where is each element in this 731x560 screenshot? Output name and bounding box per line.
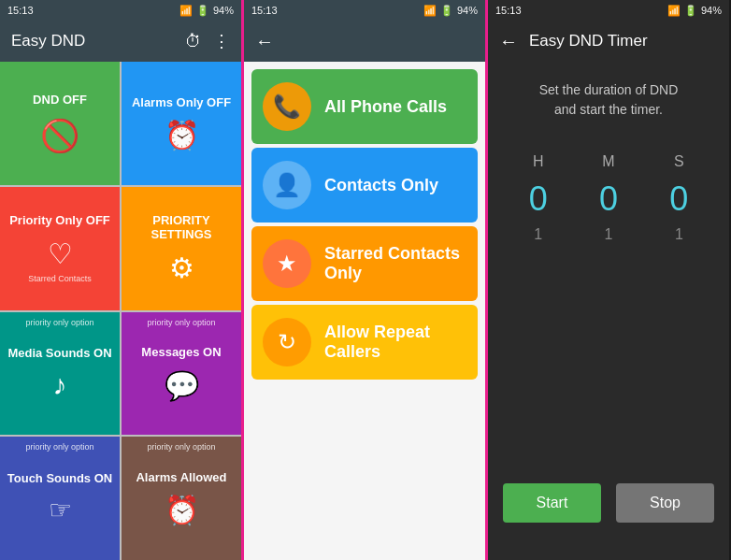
starred-contacts-label: Starred Contacts Only [324, 244, 466, 283]
status-bar-2: 15:13 📶 🔋 94% [244, 0, 485, 21]
panel-options: 15:13 📶 🔋 94% ← 📞 All Phone Calls 👤 Cont… [244, 0, 488, 560]
seconds-step: 1 [644, 223, 714, 247]
tile-priority-only[interactable]: Priority Only OFF ♡ Starred Contacts [0, 187, 120, 310]
time-2: 15:13 [251, 5, 278, 16]
contacts-only-label: Contacts Only [324, 176, 466, 195]
option-repeat-callers[interactable]: ↻ Allow Repeat Callers [251, 305, 478, 380]
back-button-2[interactable]: ← [255, 31, 274, 52]
repeat-callers-label: Allow Repeat Callers [324, 323, 466, 362]
minutes-value[interactable]: 0 [573, 176, 643, 223]
contacts-icon: 👤 [273, 172, 301, 198]
status-bar-1: 15:13 📶 🔋 94% [0, 0, 241, 21]
seconds-header: S [644, 148, 714, 176]
timer-buttons: Start Stop [503, 483, 714, 541]
minutes-step: 1 [573, 223, 643, 247]
hours-header: H [503, 148, 573, 176]
app-bar-2: ← [244, 21, 485, 62]
time-1: 15:13 [7, 5, 34, 16]
hours-value[interactable]: 0 [503, 176, 573, 223]
back-button-3[interactable]: ← [499, 31, 518, 52]
tile-priority-settings[interactable]: PRIORITY SETTINGS ⚙ [122, 187, 241, 310]
repeat-icon-circle: ↻ [263, 318, 311, 366]
timer-subtitle: Set the duration of DNDand start the tim… [539, 80, 679, 120]
timer-title: Easy DND Timer [529, 32, 718, 50]
app-bar-icons-1: ⏱ ⋮ [185, 31, 230, 51]
tile-grid: DND OFF 🚫 Alarms Only OFF ⏰ Priority Onl… [0, 62, 241, 560]
repeat-icon: ↻ [278, 329, 296, 355]
tile-alarms-only[interactable]: Alarms Only OFF ⏰ [122, 62, 241, 185]
timer-icon[interactable]: ⏱ [185, 32, 202, 51]
tile-alarms-allowed[interactable]: priority only option Alarms Allowed ⏰ [122, 437, 241, 560]
star-icon: ★ [277, 251, 297, 277]
stop-button[interactable]: Stop [616, 483, 714, 523]
starred-icon-circle: ★ [263, 239, 311, 288]
app-title-1: Easy DND [11, 32, 85, 50]
option-contacts-only[interactable]: 👤 Contacts Only [251, 148, 478, 223]
panel-timer: 15:13 📶 🔋 94% ← Easy DND Timer Set the d… [488, 0, 729, 560]
app-bar-3: ← Easy DND Timer [488, 21, 729, 62]
tile-dnd-off[interactable]: DND OFF 🚫 [0, 62, 120, 185]
start-button[interactable]: Start [503, 483, 601, 523]
tile-media-sounds[interactable]: priority only option Media Sounds ON ♪ [0, 312, 120, 436]
battery-1: 94% [213, 5, 234, 16]
all-calls-label: All Phone Calls [324, 97, 466, 117]
all-calls-icon-circle: 📞 [263, 82, 311, 131]
overflow-menu-icon[interactable]: ⋮ [213, 31, 230, 51]
timer-content: Set the duration of DNDand start the tim… [488, 62, 729, 560]
tile-messages[interactable]: priority only option Messages ON 💬 [122, 312, 241, 436]
phone-icon: 📞 [273, 93, 301, 120]
battery-3: 94% [701, 5, 722, 16]
contacts-icon-circle: 👤 [263, 161, 311, 209]
hours-step: 1 [503, 223, 573, 247]
seconds-value[interactable]: 0 [644, 176, 714, 223]
app-bar-1: Easy DND ⏱ ⋮ [0, 21, 241, 62]
option-all-calls[interactable]: 📞 All Phone Calls [251, 69, 478, 144]
status-icons-1: 📶 🔋 94% [179, 5, 234, 17]
battery-2: 94% [457, 5, 478, 16]
option-starred-contacts[interactable]: ★ Starred Contacts Only [251, 226, 478, 301]
status-bar-3: 15:13 📶 🔋 94% [488, 0, 729, 21]
timer-grid: H M S 0 0 0 1 1 1 [503, 148, 714, 247]
panel-main: 15:13 📶 🔋 94% Easy DND ⏱ ⋮ DND OFF 🚫 Ala… [0, 0, 244, 560]
time-3: 15:13 [495, 5, 522, 16]
minutes-header: M [573, 148, 643, 176]
tile-touch-sounds[interactable]: priority only option Touch Sounds ON ☞ [0, 437, 120, 560]
option-list: 📞 All Phone Calls 👤 Contacts Only ★ Star… [244, 62, 485, 560]
